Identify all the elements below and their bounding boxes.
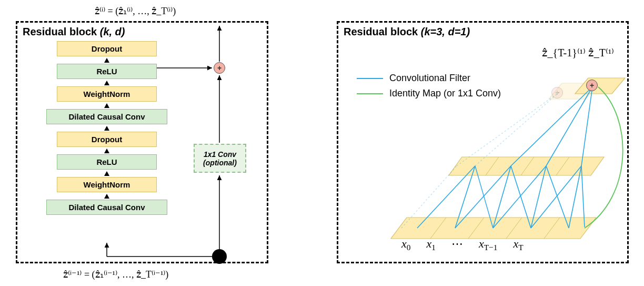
layer-relu-2: ReLU (57, 64, 157, 79)
arrow-up-icon (104, 58, 109, 63)
title-params: (k, d) (100, 26, 125, 37)
arrow-up-icon (104, 126, 109, 131)
svg-line-18 (417, 166, 475, 228)
title-text: Residual block (344, 26, 421, 37)
xlabel-dots: ⋯ (451, 237, 463, 251)
legend-label-identity: Identity Map (or 1x1 Conv) (389, 88, 501, 99)
svg-line-15 (556, 157, 569, 175)
svg-line-24 (493, 166, 546, 228)
optional-line2: (optional) (203, 159, 237, 167)
title-params: (k=3, d=1) (421, 26, 470, 37)
legend-line-green-icon (357, 93, 383, 94)
optional-line1: 1x1 Conv (204, 150, 236, 159)
output-labels-top: ẑ_{T-1}⁽¹⁾ ẑ_T⁽¹⁾ (542, 46, 614, 59)
layer-weightnorm-2: WeightNorm (57, 86, 157, 102)
residual-block-left-panel: Residual block (k, d) Dropout ReLU Weigh… (16, 21, 268, 263)
panel-title-left: Residual block (k, d) (23, 26, 125, 38)
layer-dropout-2: Dropout (57, 41, 157, 56)
add-node-right-icon: + (586, 80, 598, 91)
svg-line-9 (468, 218, 484, 239)
layer-weightnorm-1: WeightNorm (57, 177, 157, 192)
xlabel-1: x1 (426, 237, 435, 252)
svg-line-31 (457, 92, 559, 166)
layer-relu-1: ReLU (57, 154, 157, 170)
layer-dropout-1: Dropout (57, 132, 157, 147)
svg-line-8 (430, 218, 446, 239)
panel-title-right: Residual block (k=3, d=1) (344, 26, 470, 38)
svg-line-28 (569, 166, 581, 228)
legend-label-conv: Convolutional Filter (389, 73, 470, 84)
arrow-up-icon (104, 171, 109, 176)
svg-line-10 (506, 218, 522, 239)
svg-line-26 (546, 166, 569, 228)
svg-line-32 (475, 92, 559, 166)
layer-dilated-conv-1: Dilated Causal Conv (46, 200, 167, 215)
input-split-node-icon (212, 249, 227, 264)
xlabel-Tm1: xT−1 (479, 237, 498, 252)
arrow-up-icon (104, 149, 109, 153)
equation-output: ẑ⁽ⁱ⁾ = (ẑ₁⁽ⁱ⁾, …, ẑ_T⁽ⁱ⁾) (95, 5, 176, 17)
svg-line-35 (581, 87, 592, 166)
xlabel-T: xT (513, 237, 523, 252)
add-node-icon: + (214, 62, 225, 74)
svg-line-34 (546, 87, 592, 166)
svg-marker-12 (449, 157, 604, 175)
svg-line-22 (493, 166, 511, 228)
arrow-up-icon (104, 81, 109, 85)
right-network-svg (338, 23, 630, 265)
arrow-up-icon (104, 194, 109, 199)
legend-row-identity: Identity Map (or 1x1 Conv) (357, 88, 501, 99)
legend: Convolutional Filter Identity Map (or 1x… (357, 73, 501, 103)
svg-line-19 (455, 166, 475, 228)
add-node-faded-icon: + (551, 87, 563, 98)
svg-line-11 (544, 218, 560, 239)
svg-line-23 (511, 166, 531, 228)
layer-dilated-conv-2: Dilated Causal Conv (46, 109, 167, 124)
svg-line-25 (531, 166, 546, 228)
xlabel-0: x0 (401, 237, 410, 252)
svg-line-30 (401, 166, 457, 228)
layer-stack: Dropout ReLU WeightNorm Dilated Causal C… (44, 41, 170, 216)
svg-line-13 (486, 157, 499, 175)
svg-marker-7 (391, 218, 596, 239)
input-x-labels: x0 x1 ⋯ xT−1 xT (401, 237, 524, 252)
svg-marker-17 (575, 78, 625, 94)
svg-line-33 (511, 87, 592, 166)
svg-line-27 (531, 166, 581, 228)
equation-input: ẑ⁽ⁱ⁻¹⁾ = (ẑ₁⁽ⁱ⁻¹⁾, …, ẑ_T⁽ⁱ⁻¹⁾) (63, 269, 168, 280)
legend-row-conv: Convolutional Filter (357, 73, 501, 84)
svg-line-20 (475, 166, 493, 228)
svg-line-14 (521, 157, 534, 175)
optional-1x1-conv-box: 1x1 Conv (optional) (194, 144, 246, 173)
residual-block-right-panel: Residual block (k=3, d=1) ẑ_{T-1}⁽¹⁾ ẑ_T… (337, 21, 629, 263)
svg-line-29 (581, 166, 585, 227)
svg-line-21 (455, 166, 511, 228)
arrow-up-icon (104, 103, 109, 108)
legend-line-blue-icon (357, 78, 383, 79)
title-text: Residual block (23, 26, 100, 37)
